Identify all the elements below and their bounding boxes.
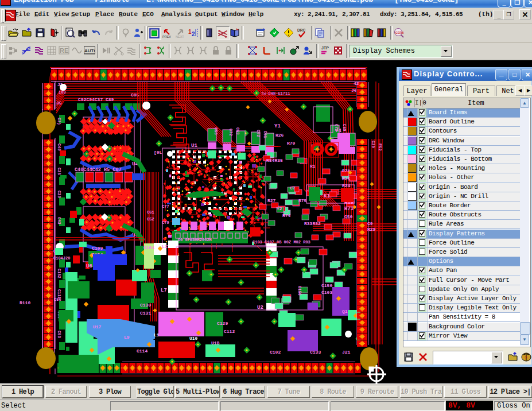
svg-text:Y1: Y1 [274,123,281,129]
svg-text:J6: J6 [351,88,357,93]
svg-text:R25: R25 [342,176,351,181]
svg-text:C69: C69 [235,127,240,135]
svg-text:C40C44C42 R5 C87: C40C44C42 R5 C87 [75,167,122,173]
svg-text:J5: J5 [56,100,62,106]
svg-text:C101: C101 [143,245,154,250]
svg-text:R110: R110 [20,300,30,305]
svg-text:O0 0FK0MM2002M: O0 0FK0MM2002M [178,238,212,242]
svg-text:2: 2 [192,31,195,37]
svg-text:JTP: JTP [321,46,329,50]
svg-text:R70: R70 [287,141,296,146]
svg-text:C3): C3) [57,118,61,125]
svg-text:42: 42 [354,81,359,86]
svg-text:C62: C62 [256,130,261,137]
svg-text:C50: C50 [344,214,353,219]
svg-text:R74: R74 [282,213,291,218]
svg-text:C131: C131 [140,311,151,316]
svg-text:U2: U2 [257,305,263,311]
svg-text:C152: C152 [57,269,61,278]
svg-text:R34R35: R34R35 [266,158,283,163]
svg-text:C29: C29 [371,141,375,148]
svg-text:L9: L9 [124,335,130,340]
svg-text:AUTO: AUTO [84,48,95,53]
svg-text:Q1: Q1 [342,309,348,314]
svg-text:C133: C133 [310,350,321,355]
svg-text:Y4: Y4 [335,128,341,134]
svg-text:[0L: [0L [154,150,162,155]
svg-text:U1: U1 [191,143,197,149]
svg-text:Tw-DHN-E1711: Tw-DHN-E1711 [261,91,290,96]
svg-text:C43: C43 [57,217,61,224]
svg-text:R75: R75 [298,198,307,203]
svg-text:C7: C7 [290,185,296,191]
svg-text:C40: C40 [57,144,61,151]
svg-text:NEXT: NEXT [176,35,184,38]
svg-text:U10: U10 [189,336,198,341]
svg-text:C52: C52 [147,217,154,222]
svg-text:C104J20: C104J20 [53,256,70,261]
svg-text:U6: U6 [86,263,92,269]
svg-text:R33R32: R33R32 [304,221,321,226]
svg-text:J21: J21 [342,350,351,355]
svg-text:R29: R29 [367,227,376,232]
svg-text:L7: L7 [161,288,167,293]
svg-text:DRC: DRC [297,28,305,32]
svg-text:C69: C69 [342,124,347,131]
svg-text:Y2: Y2 [277,206,282,211]
svg-text:C114: C114 [137,348,147,354]
svg-text:C150: C150 [321,283,332,288]
svg-text:C72: C72 [228,129,233,136]
svg-text:C129: C129 [217,321,228,326]
svg-text:U17: U17 [93,324,102,329]
svg-text:C77: C77 [162,204,169,209]
svg-text:PREV: PREV [162,35,171,38]
svg-text:R27: R27 [267,198,276,203]
svg-text:C112: C112 [224,329,235,334]
svg-text:F52: F52 [378,144,382,151]
svg-text:C25: C25 [57,168,61,175]
svg-text:C51: C51 [263,131,267,138]
svg-text:GERB: GERB [395,31,404,34]
svg-text:R1: R1 [310,164,316,169]
svg-text:C109: C109 [92,246,103,251]
svg-text:R24: R24 [342,183,351,188]
svg-text:C23: C23 [57,191,61,198]
svg-text:C130: C130 [140,303,151,308]
svg-text:R26: R26 [275,133,284,138]
svg-text:R73: R73 [344,206,354,212]
svg-text:I03: I03 [59,90,66,95]
svg-text:C103 C107 0B 00Z M02 R03: C103 C107 0B 00Z M02 R03 [253,240,310,245]
svg-text:C79: C79 [162,220,169,225]
svg-text:C92C94C37 C89: C92C94C37 C89 [78,97,114,102]
svg-text:?: ? [525,355,527,360]
svg-text:C61: C61 [147,210,154,215]
svg-text:C53: C53 [57,331,61,338]
svg-text:C56: C56 [54,297,61,302]
svg-text:K1: K1 [324,193,330,199]
svg-text:C103: C103 [321,290,332,295]
svg-text:C102: C102 [270,350,281,355]
svg-text:C58: C58 [213,127,218,135]
svg-text:C156: C156 [297,286,302,296]
svg-text:RE: RE [60,47,68,54]
